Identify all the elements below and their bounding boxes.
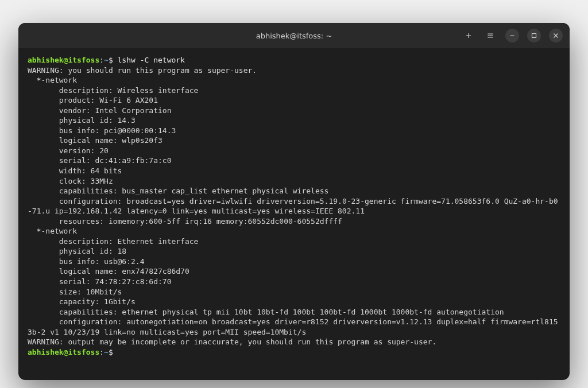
prompt-sep: : <box>99 348 104 356</box>
output-line: physical id: 18 <box>28 247 126 255</box>
close-button[interactable] <box>549 29 563 42</box>
prompt-user: abhishek@itsfoss <box>28 56 99 64</box>
output-line: product: Wi-Fi 6 AX201 <box>28 96 158 104</box>
prompt-path: ~ <box>104 348 109 356</box>
svg-rect-6 <box>532 34 536 38</box>
output-line: description: Wireless interface <box>28 86 198 95</box>
output-line: size: 10Mbit/s <box>28 288 122 296</box>
minimize-icon <box>508 32 516 40</box>
output-line: version: 20 <box>28 146 109 155</box>
output-line: resources: iomemory:600-5ff irq:16 memor… <box>28 217 342 226</box>
hamburger-icon <box>486 32 494 40</box>
terminal-body[interactable]: abhishek@itsfoss:~$ lshw -C network WARN… <box>18 48 570 380</box>
output-line: bus info: usb@6:2.4 <box>28 257 145 266</box>
prompt-symbol: $ <box>109 348 113 356</box>
output-line: configuration: autonegotiation=on broadc… <box>28 317 558 336</box>
window-controls <box>462 29 563 42</box>
output-line: physical id: 14.3 <box>28 116 136 125</box>
output-line: logical name: enx747827c86d70 <box>28 267 189 276</box>
menu-button[interactable] <box>483 29 497 42</box>
output-line: vendor: Intel Corporation <box>28 106 171 115</box>
new-tab-button[interactable] <box>462 29 475 42</box>
output-line: serial: 74:78:27:c8:6d:70 <box>28 277 171 286</box>
output-line: capabilities: bus_master cap_list ethern… <box>28 187 328 195</box>
output-line: WARNING: output may be incomplete or ina… <box>28 337 436 346</box>
output-line: description: Ethernet interface <box>28 237 198 246</box>
output-line: width: 64 bits <box>28 166 122 175</box>
output-line: configuration: broadcast=yes driver=iwlw… <box>28 197 558 216</box>
output-line: *-network <box>28 76 77 84</box>
command-input: lshw -C network <box>118 56 185 64</box>
output-line: serial: dc:41:a9:fb:7a:c0 <box>28 156 171 165</box>
output-line: *-network <box>28 227 77 235</box>
prompt-path: ~ <box>104 56 109 64</box>
output-line: capabilities: ethernet physical tp mii 1… <box>28 308 504 316</box>
terminal-window: abhishek@itsfoss: ~ abhishek@itsfoss:~$ … <box>18 23 570 380</box>
maximize-icon <box>530 32 538 40</box>
prompt-sep: : <box>99 56 104 64</box>
output-line: capacity: 1Gbit/s <box>28 297 136 306</box>
titlebar: abhishek@itsfoss: ~ <box>18 23 570 48</box>
window-title: abhishek@itsfoss: ~ <box>256 32 332 40</box>
output-line: logical name: wlp0s20f3 <box>28 136 163 145</box>
plus-icon <box>465 32 473 40</box>
prompt-user: abhishek@itsfoss <box>28 348 99 356</box>
close-icon <box>552 32 560 40</box>
minimize-button[interactable] <box>505 29 519 42</box>
prompt-symbol: $ <box>109 56 113 64</box>
output-line: bus info: pci@0000:00:14.3 <box>28 126 176 135</box>
output-line: WARNING: you should run this program as … <box>28 66 257 75</box>
maximize-button[interactable] <box>527 29 541 42</box>
output-line: clock: 33MHz <box>28 177 113 185</box>
